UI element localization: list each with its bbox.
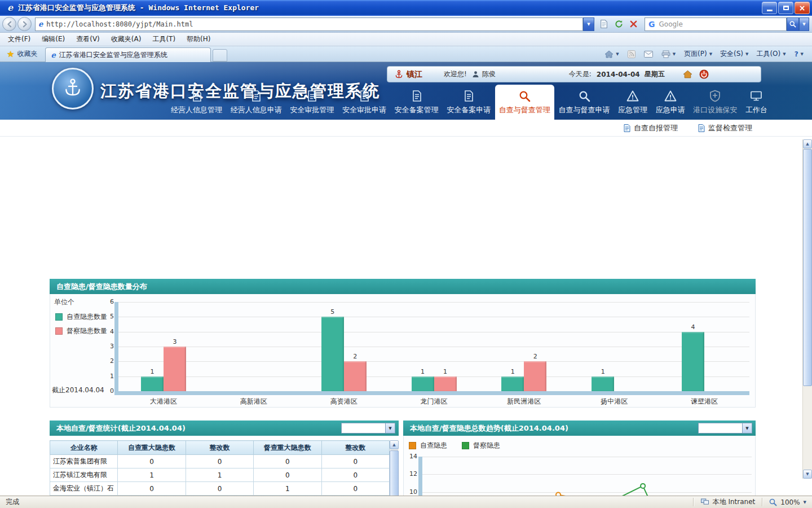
refresh-button[interactable] bbox=[612, 17, 625, 31]
value-cell: 0 bbox=[321, 482, 389, 496]
self-inspection-bar[interactable] bbox=[501, 376, 524, 391]
help-button[interactable]: ? ▼ bbox=[791, 49, 807, 60]
supervision-bar[interactable] bbox=[434, 376, 457, 391]
mail-icon bbox=[644, 51, 653, 58]
nav-item-port-facility-security[interactable]: 港口设施保安 bbox=[689, 85, 741, 120]
table-row[interactable]: 江苏镇江发电有限1100 bbox=[50, 468, 390, 482]
bar-axis-tick-label: 4 bbox=[89, 328, 114, 335]
search-input[interactable]: G Google bbox=[645, 17, 787, 31]
table-row[interactable]: 金海宏业（镇江）石0010 bbox=[50, 482, 390, 496]
panel-header: 本地自查/督查统计(截止2014.04.04) ▼ bbox=[50, 421, 399, 436]
minimize-button[interactable] bbox=[762, 2, 777, 14]
subnav-item[interactable]: 监督检查管理 bbox=[698, 123, 752, 133]
stop-button[interactable] bbox=[626, 17, 640, 31]
scrollbar-thumb[interactable] bbox=[390, 450, 399, 497]
stop-icon bbox=[630, 20, 637, 28]
nav-item-safety-filing-manage[interactable]: 安全备案管理 bbox=[391, 85, 443, 120]
self-inspection-bar[interactable] bbox=[682, 332, 704, 391]
nav-item-label: 经营人信息管理 bbox=[171, 105, 222, 115]
browser-tab[interactable]: e 江苏省港口安全监管与应急管理系统 bbox=[45, 47, 211, 62]
feeds-button[interactable] bbox=[624, 49, 639, 60]
back-button[interactable] bbox=[2, 17, 16, 31]
menubar-item[interactable]: 收藏夹(A) bbox=[105, 33, 147, 46]
nav-item-safety-filing-apply[interactable]: 安全备案申请 bbox=[443, 85, 495, 120]
table-row[interactable]: 江苏索普集团有限0000 bbox=[50, 455, 390, 468]
command-bar: ▼ ▼ 页面(P)▼安全(S)▼工具(O)▼ ? ▼ bbox=[601, 47, 812, 60]
workbench-icon bbox=[750, 90, 762, 102]
bar-category-label: 高新港区 bbox=[220, 397, 288, 406]
nav-item-inspection-supervision-manage[interactable]: 自查与督查管理 bbox=[495, 85, 554, 120]
panel-title: 本地自查/督查统计(截止2014.04.04) bbox=[56, 423, 186, 433]
compatibility-view-button[interactable] bbox=[597, 17, 611, 31]
nav-item-safety-approval-apply[interactable]: 安全审批申请 bbox=[338, 85, 390, 120]
supervision-bar[interactable] bbox=[524, 361, 546, 391]
back-icon bbox=[6, 20, 14, 28]
nav-item-label: 港口设施保安 bbox=[693, 105, 737, 115]
menubar-item[interactable]: 编辑(E) bbox=[36, 33, 70, 46]
scroll-down-button[interactable]: ▼ bbox=[803, 470, 812, 479]
user-name: 陈俊 bbox=[482, 69, 496, 79]
zoom-icon bbox=[769, 498, 777, 506]
page-favicon-icon: e bbox=[38, 20, 43, 28]
supervision-bar[interactable] bbox=[344, 361, 367, 391]
self-inspection-bar[interactable] bbox=[321, 317, 344, 391]
nav-item-inspection-supervision-apply[interactable]: 自查与督查申请 bbox=[554, 85, 614, 120]
scroll-up-button[interactable]: ▲ bbox=[390, 440, 399, 449]
menu-bar: 文件(F)编辑(E)查看(V)收藏夹(A)工具(T)帮助(H) bbox=[0, 33, 812, 46]
chevron-down-icon: ▼ bbox=[616, 52, 619, 56]
bar-value-label: 2 bbox=[524, 353, 546, 360]
address-input[interactable]: e http://localhost:8080/yjpt/Main.html bbox=[35, 17, 583, 31]
panel-title: 本地自查/督查隐患总数趋势(截止2014.04.04) bbox=[410, 423, 568, 433]
menubar-item[interactable]: 帮助(H) bbox=[181, 33, 216, 46]
self-inspection-bar[interactable] bbox=[412, 376, 434, 391]
menubar-item[interactable]: 查看(V) bbox=[70, 33, 105, 46]
page-scrollbar[interactable]: ▲ ▼ bbox=[802, 139, 812, 479]
subnav-item[interactable]: 自查自报管理 bbox=[624, 123, 678, 133]
home-icon bbox=[604, 50, 614, 58]
self-inspection-bar[interactable] bbox=[141, 376, 164, 391]
favorites-button[interactable]: ★ 收藏夹 bbox=[1, 47, 43, 61]
nav-item-operator-info-apply[interactable]: 经营人信息申请 bbox=[227, 85, 286, 120]
local-statistics-panel: 本地自查/督查统计(截止2014.04.04) ▼ 企业名称自查重大隐患数整改数… bbox=[50, 421, 399, 508]
nav-item-workbench[interactable]: 工作台 bbox=[742, 85, 771, 120]
close-button[interactable]: × bbox=[795, 2, 810, 14]
new-tab-button[interactable] bbox=[213, 49, 227, 62]
bar-category-label: 大港港区 bbox=[130, 397, 197, 406]
bar-value-label: 3 bbox=[164, 338, 186, 345]
nav-item-operator-info-manage[interactable]: 经营人信息管理 bbox=[167, 85, 226, 120]
search-dropdown-button[interactable]: ▼ bbox=[799, 17, 809, 31]
set-home-button[interactable] bbox=[683, 70, 692, 78]
tab-title: 江苏省港口安全监管与应急管理系统 bbox=[59, 50, 167, 60]
menubar-item[interactable]: 文件(F) bbox=[2, 33, 36, 46]
read-mail-button[interactable] bbox=[640, 49, 657, 59]
self-inspection-bar[interactable] bbox=[592, 376, 614, 391]
scroll-up-button[interactable]: ▲ bbox=[803, 139, 812, 148]
print-button[interactable]: ▼ bbox=[657, 49, 679, 60]
address-dropdown-button[interactable]: ▼ bbox=[583, 17, 594, 31]
bar-value-label: 5 bbox=[321, 308, 344, 316]
logout-button[interactable] bbox=[699, 69, 709, 79]
zoom-control[interactable]: 100% ▼ bbox=[762, 498, 812, 506]
menubar-item[interactable]: 工具(T) bbox=[147, 33, 181, 46]
toolbar-menu-button[interactable]: 页面(P)▼ bbox=[680, 47, 716, 60]
current-weekday: 星期五 bbox=[645, 69, 665, 79]
supervision-bar[interactable] bbox=[164, 347, 186, 391]
favorites-bar: ★ 收藏夹 e 江苏省港口安全监管与应急管理系统 ▼ ▼ 页面(P)▼安全(S)… bbox=[0, 46, 812, 62]
bar-value-label: 1 bbox=[434, 368, 457, 375]
scrollbar-thumb[interactable] bbox=[803, 149, 812, 386]
zoom-level: 100% bbox=[780, 498, 800, 506]
value-cell: 1 bbox=[118, 468, 186, 482]
nav-item-emergency-apply[interactable]: 应急申请 bbox=[652, 85, 689, 120]
toolbar-menu-button[interactable]: 工具(O)▼ bbox=[752, 47, 789, 60]
inspection-supervision-manage-icon bbox=[518, 90, 531, 102]
toolbar-menu-button[interactable]: 安全(S)▼ bbox=[716, 47, 752, 60]
forward-button[interactable] bbox=[17, 17, 32, 31]
statistics-filter-dropdown[interactable]: ▼ bbox=[341, 423, 395, 433]
nav-item-emergency-manage[interactable]: 应急管理 bbox=[614, 85, 651, 120]
search-button[interactable] bbox=[787, 17, 799, 31]
trend-axis-tick-label: 14 bbox=[405, 453, 417, 460]
maximize-button[interactable] bbox=[778, 2, 793, 14]
home-button[interactable]: ▼ bbox=[601, 49, 623, 60]
trend-filter-dropdown[interactable]: ▼ bbox=[698, 423, 752, 433]
nav-item-safety-approval-manage[interactable]: 安全审批管理 bbox=[286, 85, 338, 120]
